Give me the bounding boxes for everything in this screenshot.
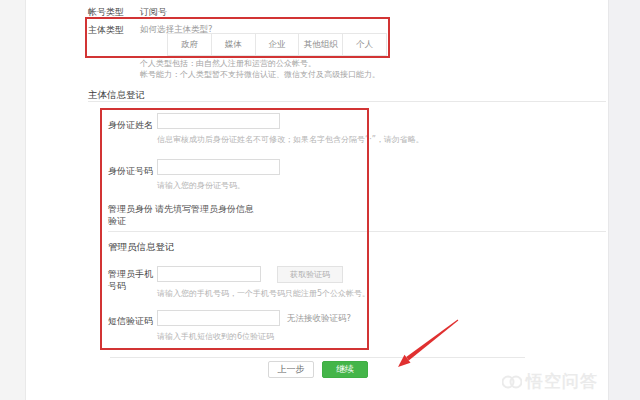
continue-button[interactable]: 继续 — [322, 361, 368, 378]
id-name-input[interactable] — [157, 113, 280, 129]
subject-type-note-2: 帐号能力：个人类型暂不支持微信认证、微信支付及高级接口能力。 — [140, 69, 380, 80]
sms-code-label: 短信验证码 — [108, 315, 153, 328]
id-number-label: 身份证号码 — [108, 165, 153, 178]
subject-option-government[interactable]: 政府 — [168, 34, 212, 55]
cannot-receive-code-link[interactable]: 无法接收验证码? — [287, 313, 351, 325]
back-button[interactable]: 上一步 — [268, 361, 314, 378]
subject-type-note-1: 个人类型包括：由自然人注册和运营的公众帐号。 — [140, 58, 316, 69]
subject-option-enterprise[interactable]: 企业 — [256, 34, 300, 55]
admin-section-title: 管理员信息登记 — [108, 241, 175, 254]
admin-phone-helper: 请输入您的手机号码，一个手机号码只能注册5个公众帐号。 — [157, 288, 370, 299]
account-type-value: 订阅号 — [140, 6, 167, 19]
page-margin-right — [608, 0, 640, 400]
subject-option-media[interactable]: 媒体 — [212, 34, 256, 55]
subject-option-individual[interactable]: 个人 — [343, 34, 386, 55]
subject-option-other-org[interactable]: 其他组织 — [299, 34, 343, 55]
get-code-button[interactable]: 获取验证码 — [277, 266, 343, 283]
divider — [110, 357, 525, 358]
admin-verify-text: 请先填写管理员身份信息 — [155, 203, 254, 216]
watermark: 悟空问答 — [502, 370, 598, 393]
admin-phone-input[interactable] — [157, 266, 261, 282]
id-name-helper: 信息审核成功后身份证姓名不可修改；如果名字包含分隔号“·”，请勿省略。 — [157, 134, 424, 145]
divider — [108, 231, 606, 232]
watermark-monkey-icon — [502, 373, 522, 391]
admin-verify-label-line2: 验证 — [108, 215, 126, 228]
subject-type-segmented-control: 政府 媒体 企业 其他组织 个人 — [167, 33, 387, 56]
account-type-label: 帐号类型 — [88, 6, 124, 19]
admin-phone-label-line2: 号码 — [108, 280, 126, 293]
subject-type-label: 主体类型 — [88, 24, 124, 37]
divider — [88, 101, 606, 102]
sms-code-input[interactable] — [157, 310, 280, 326]
sms-code-helper: 请输入手机短信收到的6位验证码 — [157, 331, 274, 342]
annotation-arrow-icon — [0, 0, 640, 400]
registration-page: 帐号类型 订阅号 主体类型 如何选择主体类型? 政府 媒体 企业 其他组织 个人… — [0, 0, 640, 400]
id-number-input[interactable] — [157, 159, 280, 175]
id-name-label: 身份证姓名 — [108, 119, 153, 132]
id-number-helper: 请输入您的身份证号码。 — [157, 180, 245, 191]
watermark-text: 悟空问答 — [526, 370, 598, 393]
page-margin-left — [0, 0, 26, 400]
